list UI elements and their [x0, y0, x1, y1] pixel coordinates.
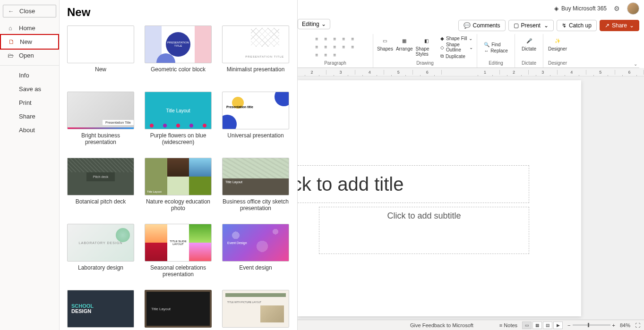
template-thumb-universal[interactable]: Presentation title — [222, 92, 289, 129]
subtitle-placeholder[interactable]: Click to add subtitle — [319, 207, 529, 254]
diamond-icon: ◈ — [554, 5, 558, 12]
slide[interactable]: lick to add title Click to add subtitle — [298, 80, 581, 316]
drawing-group-label: Drawing — [416, 60, 434, 66]
ruler-mark: 3 — [326, 70, 355, 75]
title-placeholder[interactable]: lick to add title — [279, 165, 529, 203]
shapes-button[interactable]: ▭Shapes — [377, 36, 393, 51]
reading-view-button[interactable]: ▤ — [543, 322, 552, 329]
designer-icon: ✨ — [553, 36, 562, 45]
share-button[interactable]: ↗ Share ⌄ — [600, 20, 639, 31]
template-thumb-event[interactable]: Event Design — [222, 224, 289, 262]
template-label: Purple flowers on blue (widescreen) — [145, 132, 212, 146]
editing-mode-dropdown[interactable]: Editing ⌄ — [298, 19, 330, 29]
file-new-button[interactable]: 🗋 New — [0, 34, 59, 50]
comments-button[interactable]: 💬 Comments — [458, 20, 506, 31]
template-thumb-purple[interactable]: Title Layout — [145, 92, 212, 129]
share-icon: ↗ — [605, 22, 610, 29]
shape-outline-button[interactable]: ◇Shape Outline⌄ — [440, 42, 473, 52]
catchup-button[interactable]: ↯ Catch up — [557, 20, 597, 31]
template-label: Bright business presentation — [67, 132, 134, 146]
avatar[interactable] — [627, 2, 639, 15]
paragraph-icons[interactable]: ≡≡≡≡≡ ≡≡≡≡≡ ≡≡≡ — [314, 36, 357, 59]
template-card: PRESENTATION TITLE Minimalist presentati… — [222, 25, 289, 80]
present-button[interactable]: ▢ Present ⌄ — [508, 20, 554, 31]
duplicate-button[interactable]: ⧉Duplicate — [440, 53, 473, 59]
template-card: Pitch deck Botanical pitch deck — [67, 158, 134, 212]
template-label: Seasonal celebrations presentation — [145, 264, 212, 279]
file-open-label: Open — [19, 52, 34, 59]
zoom-in-icon[interactable]: + — [612, 322, 615, 328]
file-sidebar: ← Close ⌂ Home 🗋 New 🗁 Open Info Save as… — [0, 0, 60, 330]
file-info-button[interactable]: Info — [0, 68, 59, 82]
file-share-label: Share — [19, 113, 35, 120]
new-file-icon: 🗋 — [8, 38, 15, 45]
normal-view-button[interactable]: ▭ — [522, 322, 532, 329]
template-thumb-botanical[interactable]: Pitch deck — [67, 158, 134, 195]
notes-button[interactable]: ≡ Notes — [499, 322, 517, 328]
file-menu-overlay: ← Close ⌂ Home 🗋 New 🗁 Open Info Save as… — [0, 0, 298, 330]
template-label: Event design — [239, 264, 272, 279]
file-print-button[interactable]: Print — [0, 96, 59, 110]
file-divider — [0, 65, 59, 66]
ruler-mark: 1 — [471, 70, 499, 75]
template-thumb-new[interactable] — [67, 25, 134, 63]
shape-fill-button[interactable]: ◆Shape Fill⌄ — [440, 36, 473, 41]
ribbon-group-paragraph: ≡≡≡≡≡ ≡≡≡≡≡ ≡≡≡ Paragraph — [298, 34, 373, 68]
file-home-button[interactable]: ⌂ Home — [0, 21, 59, 35]
action-bar: Editing ⌄ 💬 Comments ▢ Present ⌄ ↯ Catch… — [298, 19, 639, 32]
template-thumb-geometric[interactable]: PRESENTATION TITLE — [145, 25, 212, 63]
file-close-button[interactable]: ← Close — [3, 5, 56, 17]
ruler-mark: 2 — [298, 70, 326, 75]
replace-button[interactable]: ↔Replace — [484, 48, 508, 53]
present-label: Present — [521, 22, 541, 29]
template-thumb-seasonal[interactable]: TITLE SLIDE LAYOUT — [145, 224, 212, 262]
slideshow-view-button[interactable]: ▶ — [553, 322, 563, 329]
file-saveas-button[interactable]: Save as — [0, 82, 59, 96]
file-open-button[interactable]: 🗁 Open — [0, 49, 59, 62]
duplicate-icon: ⧉ — [440, 53, 444, 59]
file-share-button[interactable]: Share — [0, 110, 59, 123]
comments-label: Comments — [473, 22, 500, 29]
template-thumb-academic[interactable]: TITLE WITH PICTURE LAYOUT — [222, 290, 289, 328]
template-label: Nature ecology education photo — [145, 198, 212, 212]
template-thumb-school[interactable]: SCHOOLDESIGN — [67, 290, 134, 328]
present-icon: ▢ — [514, 22, 519, 29]
shape-styles-button[interactable]: ◧Shape Styles — [416, 36, 438, 57]
template-card: SCHOOLDESIGN School design — [67, 290, 134, 330]
template-thumb-office[interactable]: Title Layout — [222, 158, 289, 195]
page-title: New — [67, 6, 290, 19]
buy-m365-button[interactable]: ◈ Buy Microsoft 365 — [554, 5, 607, 12]
fit-to-window-button[interactable]: ⛶ — [635, 322, 640, 328]
designer-button[interactable]: ✨Designer — [548, 36, 567, 51]
template-card: Presentation Title Bright business prese… — [67, 92, 134, 146]
template-card: Title Layout Purple flowers on blue (wid… — [145, 92, 212, 146]
dictate-button[interactable]: 🎤Dictate — [522, 36, 536, 51]
arrange-button[interactable]: ▦Arrange — [396, 36, 413, 51]
ruler-mark: 4 — [558, 70, 586, 75]
feedback-link[interactable]: Give Feedback to Microsoft — [410, 322, 473, 328]
back-arrow-icon: ← — [7, 8, 15, 15]
template-thumb-laboratory[interactable]: LABORATORY DESIGN — [67, 224, 134, 262]
templates-pane: New New PRESENTATION TITLE Geometric col… — [60, 0, 297, 330]
template-thumb-minimalist[interactable]: PRESENTATION TITLE — [222, 25, 289, 63]
template-label: Geometric color block — [151, 66, 206, 80]
template-thumb-chalkboard[interactable]: Title Layout — [145, 290, 212, 328]
template-card: Title Layout Chalkboard education — [145, 290, 212, 330]
zoom-slider[interactable]: − + — [567, 322, 615, 328]
paragraph-group-label: Paragraph — [324, 60, 346, 66]
zoom-out-icon[interactable]: − — [567, 322, 570, 328]
file-about-button[interactable]: About — [0, 123, 59, 137]
ribbon-expand-icon[interactable]: ⌄ — [634, 61, 637, 67]
share-label: Share — [612, 22, 627, 29]
ribbon-group-dictate: 🎤Dictate Dictate — [515, 34, 543, 68]
zoom-level[interactable]: 84% — [620, 322, 630, 328]
template-thumb-bright[interactable]: Presentation Title — [67, 92, 134, 129]
template-thumb-nature[interactable]: Title Layout — [145, 158, 212, 195]
sorter-view-button[interactable]: ▦ — [532, 322, 542, 329]
find-button[interactable]: 🔍Find — [484, 42, 508, 47]
gear-icon[interactable]: ⚙ — [614, 5, 620, 12]
catchup-label: Catch up — [569, 22, 592, 29]
template-card: New — [67, 25, 134, 80]
ribbon-group-drawing: ▭Shapes ▦Arrange ◧Shape Styles ◆Shape Fi… — [373, 34, 477, 68]
chevron-down-icon: ⌄ — [544, 22, 549, 29]
